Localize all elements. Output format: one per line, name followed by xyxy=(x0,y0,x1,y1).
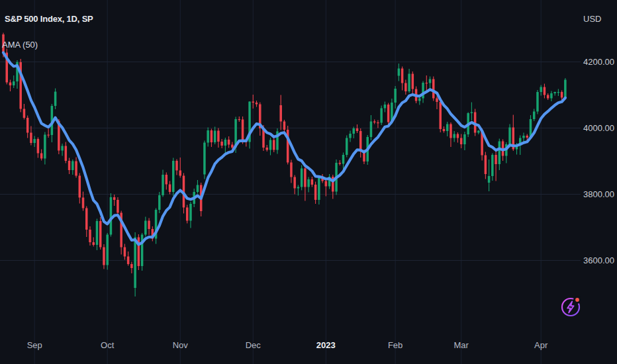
candle xyxy=(203,141,206,179)
candle xyxy=(533,109,536,122)
candle xyxy=(356,124,359,133)
candle xyxy=(544,84,546,99)
candle xyxy=(265,145,268,152)
price-chart-pane[interactable]: 4200.004000.003800.003600.00 SepOctNovDe… xyxy=(0,0,617,364)
time-tick-label: Sep xyxy=(27,340,42,350)
candle xyxy=(228,136,230,148)
candle xyxy=(214,127,216,145)
time-axis[interactable]: SepOctNovDec2023FebMarApr xyxy=(27,340,548,350)
candle xyxy=(463,132,466,150)
candle xyxy=(471,103,473,121)
candle xyxy=(304,167,307,201)
candle xyxy=(148,218,150,236)
candle xyxy=(175,159,178,175)
candle xyxy=(117,197,119,216)
candle xyxy=(96,219,99,251)
candle xyxy=(339,160,342,165)
time-tick-label: 2023 xyxy=(316,340,336,350)
time-tick-label: Oct xyxy=(101,340,115,350)
candle xyxy=(325,179,328,197)
candle xyxy=(443,126,446,133)
candle xyxy=(401,67,404,91)
candle xyxy=(103,244,105,269)
candle xyxy=(380,106,383,126)
candle xyxy=(505,142,508,163)
candle xyxy=(130,262,133,274)
candle xyxy=(224,138,227,153)
candle xyxy=(408,69,410,93)
candle xyxy=(54,89,57,110)
time-tick-label: Apr xyxy=(534,340,548,350)
candle xyxy=(460,134,463,149)
candle xyxy=(346,136,348,158)
candle xyxy=(349,131,352,142)
candle xyxy=(113,195,116,206)
candle xyxy=(446,122,449,136)
candle xyxy=(166,173,168,190)
candle xyxy=(318,177,320,205)
candle xyxy=(287,126,289,165)
boost-button[interactable] xyxy=(558,294,583,319)
candle xyxy=(162,170,164,197)
candle xyxy=(359,128,362,158)
price-tick-label: 3600.00 xyxy=(583,255,614,265)
chart-window: { "legend": { "symbol_title": "S&P 500 I… xyxy=(0,0,617,364)
candle xyxy=(384,102,387,113)
indicator-label[interactable]: AMA (50) xyxy=(2,40,93,50)
candle xyxy=(169,181,171,195)
candle xyxy=(33,136,36,148)
candle xyxy=(352,127,355,139)
candle xyxy=(37,138,40,158)
lightning-bolt-icon xyxy=(567,302,573,313)
candle xyxy=(293,175,296,195)
candle xyxy=(370,115,373,140)
candle xyxy=(426,75,428,91)
candle xyxy=(138,234,140,270)
candle xyxy=(522,133,525,142)
candle xyxy=(536,90,539,114)
candle xyxy=(432,77,435,101)
candle xyxy=(269,138,272,156)
candle xyxy=(5,49,8,85)
candle xyxy=(189,202,192,228)
candle xyxy=(172,158,175,197)
candle xyxy=(19,59,22,113)
candle xyxy=(141,233,144,271)
candle xyxy=(550,91,553,102)
time-tick-label: Feb xyxy=(388,340,403,350)
candle xyxy=(75,158,77,178)
candle xyxy=(328,174,331,189)
candle xyxy=(158,192,161,213)
candle xyxy=(301,165,303,191)
candle xyxy=(106,233,109,270)
candle xyxy=(9,80,12,92)
candle xyxy=(99,217,102,250)
candle xyxy=(429,77,432,89)
candle xyxy=(92,238,95,247)
candle xyxy=(398,64,401,81)
price-axis[interactable]: 4200.004000.003800.003600.00 xyxy=(583,57,614,265)
candle xyxy=(44,132,46,165)
notification-dot xyxy=(575,297,581,303)
candles-series xyxy=(2,33,566,297)
candle xyxy=(155,208,158,244)
candle xyxy=(252,95,255,109)
candle xyxy=(47,129,50,138)
candle xyxy=(373,120,376,124)
candle xyxy=(71,159,74,175)
candle xyxy=(377,120,379,128)
candle xyxy=(450,122,452,147)
candle xyxy=(211,129,213,148)
candle xyxy=(61,144,64,156)
candle xyxy=(186,205,189,224)
candle xyxy=(279,95,282,130)
candle xyxy=(207,128,209,147)
price-tick-label: 4200.00 xyxy=(583,57,614,67)
candle xyxy=(26,116,29,138)
candle xyxy=(485,152,487,179)
candle xyxy=(404,80,407,95)
candle xyxy=(547,93,549,100)
symbol-title[interactable]: S&P 500 Index, 1D, SP xyxy=(5,14,93,24)
candle xyxy=(564,78,567,100)
currency-label: USD xyxy=(583,14,601,24)
